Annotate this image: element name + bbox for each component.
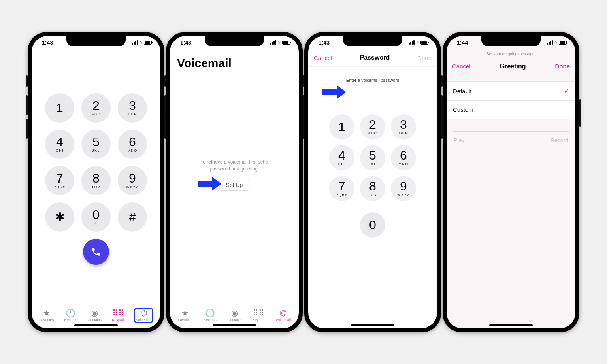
password-keypad: 12ABC3DEF4GHI5JKL6MNO7PQRS8TUV9WXYZ	[329, 114, 416, 201]
keypad-key-9[interactable]: 9WXYZ	[391, 176, 416, 201]
home-indicator[interactable]	[351, 324, 394, 326]
play-button-disabled: Play	[454, 137, 464, 143]
signal-icon	[409, 40, 415, 45]
wifi-icon: ≈	[278, 40, 281, 45]
keypad-key-0[interactable]: 0	[360, 212, 385, 238]
battery-icon	[420, 41, 428, 45]
keypad-key-9[interactable]: 9WXYZ	[118, 166, 147, 195]
password-nav-bar: Cancel Password Done	[308, 49, 437, 67]
tab-keypad[interactable]: ⠿⠿Keypad	[112, 309, 124, 322]
wifi-icon: ≈	[416, 40, 419, 45]
dial-keypad: 12ABC3DEF4GHI5JKL6MNO7PQRS8TUV9WXYZ✱0+#	[45, 93, 147, 232]
keypad-key-2[interactable]: 2ABC	[360, 114, 385, 140]
keypad-key-8[interactable]: 8TUV	[81, 166, 111, 195]
cancel-button[interactable]: Cancel	[314, 55, 332, 61]
keypad-key-5[interactable]: 5JKL	[360, 145, 385, 170]
clock-icon: 🕘	[66, 309, 75, 317]
greeting-options-list: Default ✓ Custom	[447, 81, 575, 119]
keypad-key-7[interactable]: 7PQRS	[45, 166, 74, 195]
keypad-key-4[interactable]: 4GHI	[329, 145, 354, 170]
clock-icon: 🕘	[205, 309, 215, 317]
keypad-key-6[interactable]: 6MNO	[391, 145, 416, 170]
nav-title: Greeting	[500, 63, 526, 70]
record-button-disabled: Record	[550, 137, 568, 143]
password-input[interactable]	[351, 86, 394, 98]
tab-recents[interactable]: 🕘Recents	[204, 309, 217, 322]
keypad-key-#[interactable]: #	[118, 202, 147, 232]
voicemail-icon: ⌬	[280, 309, 287, 317]
status-time: 1:43	[180, 40, 191, 46]
voicemail-setup-msg: To retrieve a voicemail first set a pass…	[191, 159, 278, 172]
voicemail-icon: ⌬	[140, 309, 147, 317]
home-indicator[interactable]	[213, 324, 256, 326]
pointer-arrow-icon	[322, 85, 346, 99]
keypad-key-✱[interactable]: ✱	[45, 202, 74, 232]
tab-contacts[interactable]: ◉Contacts	[88, 309, 102, 322]
grid-icon: ⠿⠿	[253, 309, 264, 317]
keypad-key-2[interactable]: 2ABC	[81, 93, 111, 123]
keypad-key-4[interactable]: 4GHI	[45, 130, 74, 159]
svg-marker-1	[322, 85, 346, 99]
tab-recents[interactable]: 🕘Recents	[64, 309, 77, 322]
greeting-option-custom[interactable]: Custom	[447, 101, 575, 119]
phone-password: 1:43 ≈ Cancel Password Done Enter a voic…	[304, 32, 441, 332]
phone-greeting: 1:44 ≈ Set your outgoing message. Cancel…	[443, 32, 579, 332]
battery-icon	[144, 41, 152, 45]
grid-icon: ⠿⠿	[112, 309, 124, 317]
play-record-row: Play Record	[447, 132, 575, 143]
setup-button[interactable]: Set Up	[219, 179, 250, 191]
tab-contacts[interactable]: ◉Contacts	[228, 309, 242, 322]
keypad-key-1[interactable]: 1	[45, 93, 74, 123]
call-button[interactable]	[83, 239, 109, 265]
tab-favorites[interactable]: ★Favorites	[39, 309, 54, 322]
status-icons: ≈	[132, 40, 152, 45]
cancel-button[interactable]: Cancel	[452, 63, 471, 70]
keypad-key-1[interactable]: 1	[329, 114, 354, 140]
contact-icon: ◉	[91, 309, 98, 317]
keypad-key-3[interactable]: 3DEF	[118, 93, 147, 123]
star-icon: ★	[181, 309, 189, 317]
checkmark-icon: ✓	[564, 87, 569, 95]
done-button[interactable]: Done	[555, 63, 570, 70]
star-icon: ★	[43, 309, 50, 317]
status-time: 1:44	[457, 40, 468, 46]
contact-icon: ◉	[231, 309, 238, 317]
keypad-key-8[interactable]: 8TUV	[360, 176, 385, 201]
battery-icon	[282, 41, 290, 45]
status-icons: ≈	[409, 40, 428, 45]
battery-icon	[559, 41, 567, 45]
phone-keypad: 1:43 ≈ 12ABC3DEF4GHI5JKL6MNO7PQRS8TUV9WX…	[28, 32, 164, 332]
voicemail-title: Voicemail	[170, 49, 299, 70]
keypad-key-5[interactable]: 5JKL	[81, 130, 111, 159]
password-prompt: Enter a voicemail password	[316, 78, 429, 83]
home-indicator[interactable]	[489, 324, 533, 326]
wifi-icon: ≈	[139, 40, 142, 45]
greeting-nav-bar: Cancel Greeting Done	[447, 58, 575, 75]
signal-icon	[547, 40, 553, 45]
greeting-option-default[interactable]: Default ✓	[447, 82, 575, 101]
greeting-prompt: Set your outgoing message.	[447, 49, 575, 58]
status-time: 1:43	[319, 40, 330, 46]
keypad-key-6[interactable]: 6MNO	[118, 130, 147, 159]
wifi-icon: ≈	[554, 40, 557, 45]
tab-keypad[interactable]: ⠿⠿Keypad	[253, 309, 265, 322]
keypad-key-7[interactable]: 7PQRS	[329, 176, 354, 201]
done-button-disabled: Done	[417, 55, 432, 61]
keypad-key-3[interactable]: 3DEF	[391, 114, 416, 140]
status-icons: ≈	[547, 40, 567, 45]
home-indicator[interactable]	[74, 324, 118, 326]
signal-icon	[132, 40, 138, 45]
status-time: 1:43	[42, 40, 53, 46]
tab-voicemail[interactable]: ⌬Voicemail	[134, 308, 153, 323]
phone-voicemail: 1:43 ≈ Voicemail To retrieve a voicemail…	[166, 32, 303, 332]
nav-title: Password	[360, 54, 390, 61]
signal-icon	[270, 40, 276, 45]
svg-marker-0	[198, 177, 221, 191]
pointer-arrow-icon	[198, 177, 221, 191]
tab-voicemail[interactable]: ⌬Voicemail	[275, 309, 291, 322]
keypad-key-0[interactable]: 0+	[81, 202, 111, 232]
status-icons: ≈	[270, 40, 290, 45]
tab-favorites[interactable]: ★Favorites	[178, 309, 192, 322]
